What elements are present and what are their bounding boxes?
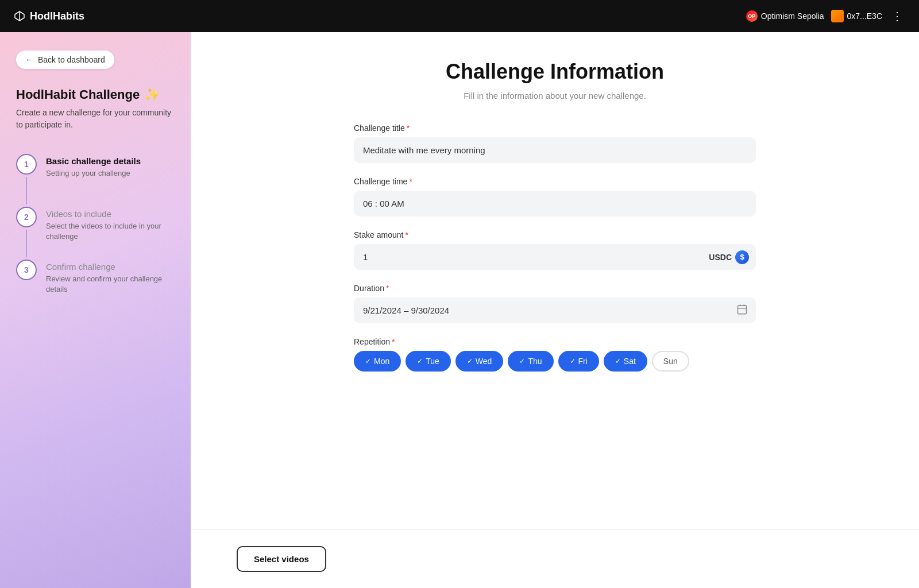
sidebar-title: HodlHabit Challenge ✨ — [16, 87, 175, 102]
step-1-circle: 1 — [16, 154, 37, 175]
challenge-form: Challenge title * Challenge time * 06 : … — [354, 123, 756, 502]
nav-menu-button[interactable]: ⋮ — [889, 7, 905, 25]
page-title: Challenge Information — [237, 60, 873, 84]
usdc-badge: USDC $ — [709, 250, 749, 264]
day-button-sat[interactable]: ✓ Sat — [604, 351, 647, 372]
step-2-connector: 2 — [16, 207, 37, 260]
sidebar: ← Back to dashboard HodlHabit Challenge … — [0, 32, 191, 588]
usdc-label: USDC — [709, 253, 732, 262]
repetition-label: Repetition * — [354, 337, 756, 346]
step-3-desc: Review and confirm your challenge detail… — [46, 274, 175, 295]
step-2-circle: 2 — [16, 207, 37, 227]
challenge-time-label: Challenge time * — [354, 177, 756, 186]
network-icon: OP — [746, 10, 758, 22]
wallet-info[interactable]: 0x7...E3C — [831, 10, 882, 22]
stake-amount-input[interactable] — [354, 244, 756, 270]
duration-input[interactable] — [354, 297, 756, 323]
page-subtitle: Fill in the information about your new c… — [237, 91, 873, 100]
wallet-address: 0x7...E3C — [847, 11, 882, 21]
stake-amount-group: Stake amount * USDC $ — [354, 230, 756, 270]
duration-required: * — [386, 284, 389, 293]
select-videos-button[interactable]: Select videos — [237, 546, 326, 572]
step-2: 2 Videos to include Select the videos to… — [16, 207, 175, 260]
time-required: * — [409, 177, 412, 186]
duration-wrapper — [354, 297, 756, 323]
challenge-time-group: Challenge time * 06 : 00 AM — [354, 177, 756, 216]
challenge-time-input[interactable]: 06 : 00 AM — [354, 191, 756, 216]
step-2-line — [26, 230, 27, 257]
main-layout: ← Back to dashboard HodlHabit Challenge … — [0, 32, 919, 588]
day-button-tue[interactable]: ✓ Tue — [406, 351, 451, 372]
steps-list: 1 Basic challenge details Setting up you… — [16, 154, 175, 295]
duration-group: Duration * — [354, 284, 756, 323]
step-3: 3 Confirm challenge Review and confirm y… — [16, 260, 175, 295]
time-value: 06 : 00 AM — [363, 199, 404, 208]
step-3-circle: 3 — [16, 260, 37, 280]
day-button-wed[interactable]: ✓ Wed — [455, 351, 504, 372]
step-1-content: Basic challenge details Setting up your … — [46, 154, 141, 179]
back-btn-label: Back to dashboard — [38, 55, 105, 64]
network-info[interactable]: OP Optimism Sepolia — [746, 10, 824, 22]
step-3-connector: 3 — [16, 260, 37, 280]
step-1-desc: Setting up your challenge — [46, 168, 141, 179]
bottom-bar: Select videos — [191, 529, 919, 588]
step-1-line — [26, 177, 27, 204]
back-to-dashboard-button[interactable]: ← Back to dashboard — [16, 51, 114, 69]
repetition-required: * — [392, 337, 395, 346]
back-arrow-icon: ← — [25, 55, 33, 64]
repetition-group: Repetition * ✓ Mon✓ Tue✓ Wed✓ Thu✓ Fri✓ … — [354, 337, 756, 372]
step-1-title: Basic challenge details — [46, 156, 141, 166]
step-3-title: Confirm challenge — [46, 262, 175, 272]
stake-wrapper: USDC $ — [354, 244, 756, 270]
title-required: * — [407, 123, 410, 133]
logo-text: HodlHabits — [30, 10, 84, 22]
logo-icon — [14, 10, 25, 22]
network-name: Optimism Sepolia — [761, 11, 824, 21]
step-1: 1 Basic challenge details Setting up you… — [16, 154, 175, 207]
sidebar-subtitle: Create a new challenge for your communit… — [16, 107, 175, 131]
step-1-connector: 1 — [16, 154, 37, 207]
challenge-title-label: Challenge title * — [354, 123, 756, 133]
step-2-desc: Select the videos to include in your cha… — [46, 221, 175, 242]
svg-rect-2 — [738, 305, 747, 314]
stake-amount-label: Stake amount * — [354, 230, 756, 239]
day-button-mon[interactable]: ✓ Mon — [354, 351, 401, 372]
usdc-icon: $ — [735, 250, 749, 264]
nav-right: OP Optimism Sepolia 0x7...E3C ⋮ — [746, 7, 905, 25]
challenge-title-group: Challenge title * — [354, 123, 756, 163]
challenge-title-input[interactable] — [354, 137, 756, 163]
day-button-thu[interactable]: ✓ Thu — [508, 351, 553, 372]
stake-required: * — [405, 230, 408, 239]
wallet-avatar — [831, 10, 844, 22]
top-navigation: HodlHabits OP Optimism Sepolia 0x7...E3C… — [0, 0, 919, 32]
main-content: Challenge Information Fill in the inform… — [191, 32, 919, 529]
day-button-sun[interactable]: Sun — [652, 351, 689, 372]
calendar-icon — [736, 303, 748, 318]
step-2-title: Videos to include — [46, 209, 175, 219]
app-logo: HodlHabits — [14, 10, 84, 22]
step-3-content: Confirm challenge Review and confirm you… — [46, 260, 175, 295]
day-buttons: ✓ Mon✓ Tue✓ Wed✓ Thu✓ Fri✓ SatSun — [354, 351, 756, 372]
duration-label: Duration * — [354, 284, 756, 293]
step-2-content: Videos to include Select the videos to i… — [46, 207, 175, 242]
day-button-fri[interactable]: ✓ Fri — [558, 351, 599, 372]
